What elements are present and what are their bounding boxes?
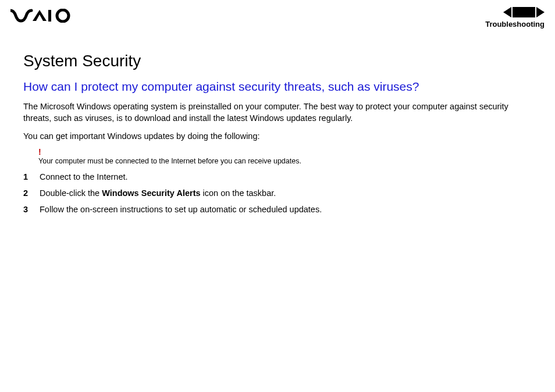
section-name: Troubleshooting [485, 20, 545, 28]
step-text: Connect to the Internet. [40, 171, 532, 183]
header-right: 179 Troubleshooting [485, 7, 545, 28]
alert-icon: ! [38, 148, 532, 156]
alert-block: ! Your computer must be connected to the… [38, 148, 532, 165]
page-nav: 179 [485, 7, 545, 17]
step-item: 3 Follow the on-screen instructions to s… [23, 204, 532, 215]
prev-page-arrow[interactable] [503, 7, 511, 17]
next-page-arrow[interactable] [536, 7, 545, 17]
paragraph-2: You can get important Windows updates by… [23, 130, 532, 142]
step-text: Double-click the Windows Security Alerts… [40, 187, 532, 199]
alert-text: Your computer must be connected to the I… [38, 157, 532, 165]
step-number: 2 [23, 187, 40, 199]
step-text: Follow the on-screen instructions to set… [40, 204, 532, 215]
svg-point-1 [57, 10, 69, 22]
svg-rect-0 [48, 10, 51, 22]
content: System Security How can I protect my com… [0, 28, 555, 216]
page-title: System Security [23, 52, 532, 70]
step-number: 3 [23, 204, 40, 215]
question-heading: How can I protect my computer against se… [23, 80, 532, 94]
step-item: 2 Double-click the Windows Security Aler… [23, 187, 532, 199]
vaio-logo [10, 7, 74, 24]
step-number: 1 [23, 171, 40, 183]
page-number: 179 [513, 7, 535, 17]
paragraph-1: The Microsoft Windows operating system i… [23, 101, 532, 124]
steps-list: 1 Connect to the Internet. 2 Double-clic… [23, 171, 532, 216]
step-item: 1 Connect to the Internet. [23, 171, 532, 183]
page-header: 179 Troubleshooting [0, 0, 555, 28]
